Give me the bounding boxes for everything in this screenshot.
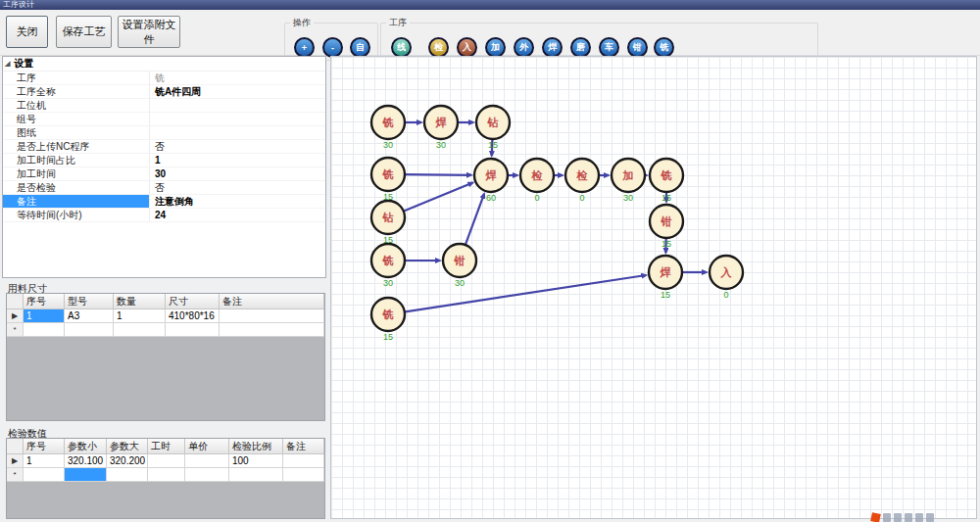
- operation-button-自[interactable]: 自: [350, 37, 370, 58]
- row-indicator[interactable]: ▶: [7, 309, 24, 323]
- process-type-button-钳[interactable]: 钳: [627, 37, 648, 58]
- process-type-button-外[interactable]: 外: [514, 37, 534, 58]
- property-value[interactable]: 铣: [150, 71, 325, 84]
- process-node-铣[interactable]: 铣15: [371, 158, 405, 202]
- process-type-button-线[interactable]: 线: [391, 37, 412, 58]
- table-cell[interactable]: [220, 309, 324, 323]
- process-type-button-焊[interactable]: 焊: [542, 37, 563, 58]
- property-row[interactable]: 是否检验否: [3, 181, 325, 195]
- table-cell[interactable]: [148, 468, 185, 482]
- process-node-钻[interactable]: 钻15: [476, 106, 510, 150]
- operation-button--[interactable]: -: [322, 37, 343, 58]
- table-cell[interactable]: [185, 468, 229, 482]
- set-attachment-button[interactable]: 设置添附文件: [118, 16, 180, 48]
- table-cell[interactable]: A3: [65, 309, 114, 323]
- operation-button-+[interactable]: +: [294, 37, 315, 58]
- column-header[interactable]: 序号: [24, 439, 65, 454]
- property-value[interactable]: [150, 99, 325, 112]
- column-header[interactable]: 参数小: [65, 439, 107, 454]
- process-node-入[interactable]: 入0: [710, 256, 743, 300]
- column-header[interactable]: 型号: [65, 294, 114, 309]
- process-node-钻[interactable]: 钻15: [371, 201, 405, 245]
- process-diagram-canvas[interactable]: 铣30焊30钻15铣15焊60检0检0加30铣15钻15钳15铣30钳30焊15…: [330, 56, 977, 519]
- property-row[interactable]: 等待时间(小时)24: [3, 209, 325, 222]
- table-cell[interactable]: [65, 323, 114, 337]
- process-type-button-入[interactable]: 入: [457, 37, 477, 58]
- column-header[interactable]: 检验比例: [229, 439, 283, 454]
- process-node-检[interactable]: 检0: [520, 159, 554, 203]
- table-cell[interactable]: 320.200: [107, 454, 148, 468]
- property-row[interactable]: 图纸: [3, 126, 325, 140]
- table-cell[interactable]: [185, 454, 229, 468]
- property-row[interactable]: 工位机: [3, 99, 325, 113]
- property-row[interactable]: 工序铣: [3, 71, 325, 85]
- window-titlebar[interactable]: 工序设计: [0, 0, 980, 10]
- table-cell[interactable]: 1: [24, 309, 65, 323]
- process-node-焊[interactable]: 焊15: [649, 256, 682, 300]
- column-header[interactable]: 备注: [283, 439, 324, 454]
- property-value[interactable]: 否: [150, 140, 325, 153]
- process-type-button-磨[interactable]: 磨: [570, 37, 591, 58]
- table-cell[interactable]: [229, 468, 283, 482]
- save-process-button[interactable]: 保存工艺: [56, 16, 112, 48]
- property-row[interactable]: 是否上传NC程序否: [3, 140, 325, 154]
- column-header[interactable]: 数量: [114, 294, 166, 309]
- table-cell[interactable]: [107, 468, 148, 482]
- row-indicator[interactable]: *: [7, 468, 24, 482]
- property-row[interactable]: 加工时间占比1: [3, 154, 325, 167]
- property-value[interactable]: 铣A件四周: [150, 85, 325, 98]
- row-indicator[interactable]: ▶: [7, 454, 24, 468]
- property-value[interactable]: 注意倒角: [150, 195, 325, 208]
- property-value[interactable]: [150, 113, 325, 125]
- process-node-加[interactable]: 加30: [612, 159, 645, 203]
- table-cell[interactable]: [283, 468, 324, 482]
- table-cell[interactable]: [114, 323, 166, 337]
- property-category-row[interactable]: ◢ 设置: [3, 57, 325, 71]
- process-type-button-车[interactable]: 车: [599, 37, 619, 58]
- process-node-铣[interactable]: 铣15: [650, 159, 683, 203]
- process-node-钳[interactable]: 钳15: [650, 205, 683, 249]
- property-row[interactable]: 加工时间30: [3, 167, 325, 181]
- property-value[interactable]: 否: [150, 181, 325, 194]
- close-button[interactable]: 关闭: [6, 16, 48, 48]
- table-cell[interactable]: [283, 454, 324, 468]
- process-node-铣[interactable]: 铣30: [371, 106, 405, 150]
- table-cell[interactable]: [24, 323, 65, 337]
- property-row[interactable]: 工序全称铣A件四周: [3, 85, 325, 99]
- inspection-table: 序号参数小参数大工时单价检验比例备注▶1320.100320.200100*: [6, 438, 325, 519]
- table-cell[interactable]: 410*80*16: [166, 309, 220, 323]
- table-cell[interactable]: [148, 454, 185, 468]
- process-type-button-检[interactable]: 检: [428, 37, 449, 58]
- table-cell[interactable]: [220, 323, 324, 337]
- property-row[interactable]: 备注注意倒角: [3, 195, 325, 209]
- process-node-铣[interactable]: 铣30: [371, 244, 405, 288]
- property-grid: ◢ 设置 工序铣工序全称铣A件四周工位机组号图纸是否上传NC程序否加工时间占比1…: [2, 56, 326, 278]
- column-header[interactable]: 序号: [24, 294, 65, 309]
- property-value[interactable]: 30: [150, 167, 325, 180]
- table-cell[interactable]: 320.100: [65, 454, 107, 468]
- process-node-铣[interactable]: 铣15: [371, 298, 405, 342]
- property-value[interactable]: [150, 126, 325, 139]
- process-type-button-铣[interactable]: 铣: [654, 37, 674, 58]
- column-header[interactable]: 工时: [148, 439, 185, 454]
- property-value[interactable]: 24: [150, 209, 325, 221]
- table-cell[interactable]: [65, 468, 107, 482]
- table-cell[interactable]: 1: [114, 309, 166, 323]
- column-header[interactable]: 参数大: [107, 439, 148, 454]
- process-node-钳[interactable]: 钳30: [443, 244, 476, 288]
- column-header[interactable]: 备注: [220, 294, 324, 309]
- property-row[interactable]: 组号: [3, 113, 325, 126]
- table-cell[interactable]: 100: [229, 454, 283, 468]
- column-header[interactable]: 尺寸: [166, 294, 220, 309]
- property-value[interactable]: 1: [150, 154, 325, 166]
- column-header[interactable]: 单价: [185, 439, 229, 454]
- table-cell[interactable]: [166, 323, 220, 337]
- table-cell[interactable]: [24, 468, 65, 482]
- property-label: 加工时间占比: [3, 154, 150, 166]
- row-indicator[interactable]: *: [7, 323, 24, 337]
- process-node-检[interactable]: 检0: [565, 159, 599, 203]
- process-node-焊[interactable]: 焊60: [474, 159, 508, 203]
- table-cell[interactable]: 1: [24, 454, 65, 468]
- process-type-button-加[interactable]: 加: [485, 37, 506, 58]
- process-node-焊[interactable]: 焊30: [424, 106, 458, 150]
